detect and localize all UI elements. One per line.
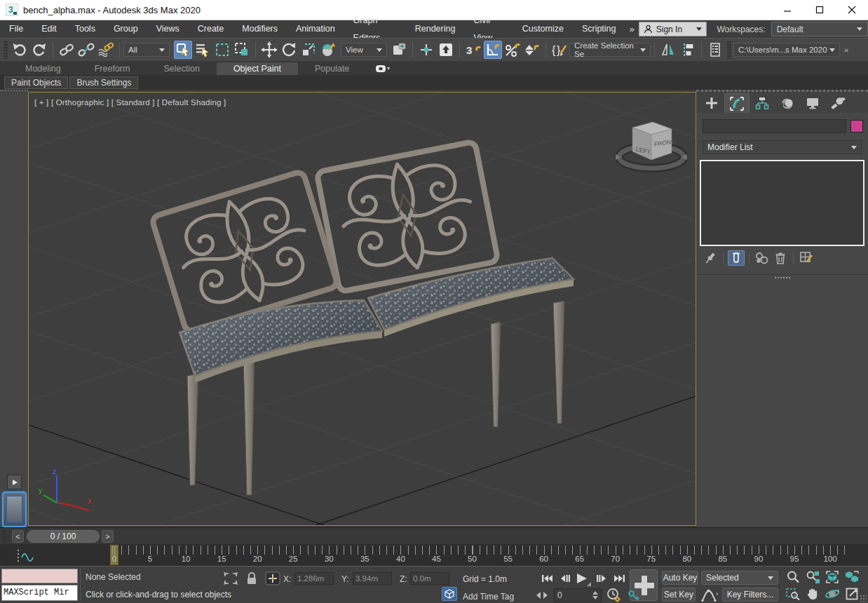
keyboard-shortcut-override-button[interactable] (437, 41, 455, 59)
menu-create[interactable]: Create (189, 20, 233, 38)
zoom-region-button[interactable] (784, 586, 801, 602)
toolbar-grip[interactable] (4, 41, 8, 59)
next-frame-button[interactable]: > (102, 530, 114, 543)
menu-rendering[interactable]: Rendering (406, 20, 465, 38)
remove-modifier-button[interactable] (772, 250, 789, 266)
track-bar[interactable]: 0510152025303540455055606570758085909510… (0, 544, 868, 567)
brush-settings-button[interactable]: Brush Settings (69, 76, 138, 89)
mini-curve-editor-toggle[interactable] (15, 547, 36, 564)
viewport-label[interactable]: [ + ] [ Orthographic ] [ Standard ] [ De… (34, 98, 226, 107)
paint-objects-button[interactable]: Paint Objects (4, 76, 68, 89)
spinner-snap-toggle-button[interactable] (523, 41, 541, 59)
play-button[interactable] (572, 570, 592, 587)
go-to-end-button[interactable] (611, 571, 628, 585)
previous-frame-playback-button[interactable] (557, 571, 573, 585)
menu-group[interactable]: Group (104, 20, 147, 38)
modify-tab[interactable] (724, 93, 750, 113)
previous-frame-button[interactable]: < (12, 530, 24, 543)
snap-toggle-3d-button[interactable]: 3 (464, 41, 482, 59)
toolbar-overflow-chevron[interactable]: » (840, 46, 853, 54)
edit-named-selection-sets-button[interactable]: {} (550, 41, 569, 59)
select-and-move-button[interactable] (260, 41, 278, 59)
hierarchy-tab[interactable] (750, 93, 775, 113)
menu-views[interactable]: Views (147, 20, 189, 38)
expand-panel-button[interactable] (7, 475, 22, 489)
x-coordinate-input[interactable] (294, 572, 334, 585)
display-tab[interactable] (800, 93, 825, 113)
zoom-extents-all-button[interactable] (843, 569, 860, 585)
workspace-dropdown[interactable]: Default (771, 22, 868, 36)
modifier-stack[interactable] (700, 160, 864, 246)
menu-edit[interactable]: Edit (32, 20, 66, 38)
zoom-extents-button[interactable] (823, 569, 841, 585)
project-folder-dropdown[interactable]: C:\Users\m...s Max 2020 (733, 43, 840, 57)
viewport[interactable]: [ + ] [ Orthographic ] [ Standard ] [ De… (28, 92, 696, 526)
add-time-tag[interactable]: Add Time Tag (463, 592, 514, 602)
viewcube[interactable]: LEFT FRONT (613, 112, 690, 177)
ribbon-tab-selection[interactable]: Selection (147, 62, 216, 75)
sign-in-dropdown[interactable]: Sign In (639, 22, 707, 36)
mirror-button[interactable] (659, 41, 677, 59)
utilities-tab[interactable] (825, 93, 850, 113)
unlink-selection-button[interactable] (77, 41, 95, 59)
go-to-start-button[interactable] (538, 571, 555, 585)
make-unique-button[interactable] (754, 250, 771, 266)
modifier-list-dropdown[interactable]: Modifier List (703, 140, 862, 154)
timeline-grip[interactable] (2, 530, 6, 543)
ribbon-config-button[interactable] (376, 65, 390, 75)
toggle-scene-explorer-button[interactable] (706, 41, 724, 59)
menu-customize[interactable]: Customize (513, 20, 573, 38)
ribbon-tab-modeling[interactable]: Modeling (8, 62, 78, 75)
toolbar-grip[interactable] (727, 41, 731, 59)
pin-stack-button[interactable] (702, 250, 719, 266)
select-and-manipulate-button[interactable] (417, 41, 435, 59)
angle-snap-toggle-button[interactable] (484, 41, 502, 59)
motion-tab[interactable] (775, 93, 800, 113)
next-frame-playback-button[interactable] (593, 571, 609, 585)
viewport-canvas[interactable] (29, 93, 696, 525)
maxscript-mini-listener[interactable]: MAXScript Mir (1, 585, 78, 601)
zoom-all-button[interactable] (803, 569, 821, 585)
bind-to-space-warp-button[interactable] (97, 41, 115, 59)
select-and-link-button[interactable] (57, 41, 76, 59)
key-mode-dropdown[interactable]: Selected (701, 571, 778, 585)
z-coordinate-input[interactable] (410, 572, 449, 585)
spinner-arrows-icon[interactable] (592, 591, 598, 599)
object-name-input[interactable] (703, 119, 846, 133)
menu-scripting[interactable]: Scripting (573, 20, 625, 38)
trackbar-grip[interactable] (4, 547, 8, 565)
y-coordinate-input[interactable] (353, 572, 392, 585)
close-button[interactable] (836, 0, 868, 20)
object-color-swatch[interactable] (850, 120, 863, 133)
bench-model[interactable] (151, 142, 574, 495)
maximize-button[interactable] (803, 0, 836, 20)
timeline-ruler[interactable]: 0510152025303540455055606570758085909510… (105, 544, 845, 567)
configure-modifier-sets-button[interactable] (798, 250, 815, 266)
window-resize-grip[interactable] (860, 595, 867, 602)
zoom-button[interactable] (784, 569, 801, 585)
isolate-selection-button[interactable] (442, 587, 457, 601)
orbit-button[interactable] (823, 586, 841, 602)
reference-coordinate-dropdown[interactable]: View (341, 43, 387, 57)
auto-key-button[interactable]: Auto Key (662, 571, 698, 585)
ribbon-tab-object-paint[interactable]: Object Paint (217, 62, 298, 75)
pan-button[interactable] (803, 586, 821, 602)
key-mode-toggle[interactable] (536, 591, 548, 599)
macro-recorder-field[interactable] (1, 569, 78, 583)
align-button[interactable] (679, 41, 697, 59)
percent-snap-toggle-button[interactable] (503, 41, 522, 59)
set-key-button[interactable]: Set Key (662, 588, 696, 602)
select-by-name-button[interactable] (194, 41, 212, 59)
ribbon-tab-populate[interactable]: Populate (298, 62, 366, 75)
maximize-viewport-toggle-button[interactable] (843, 586, 860, 602)
select-and-place-button[interactable] (319, 41, 337, 59)
time-slider-handle[interactable]: 0 / 100 (27, 530, 100, 543)
set-keys-button[interactable] (630, 569, 658, 601)
rectangular-selection-region-button[interactable] (213, 41, 231, 59)
time-configuration-button[interactable] (606, 588, 621, 603)
show-end-result-button[interactable] (728, 250, 745, 266)
selection-region-icon[interactable] (223, 571, 238, 585)
undo-button[interactable] (11, 41, 29, 59)
create-tab[interactable] (699, 93, 724, 113)
named-selection-set-dropdown[interactable]: Create Selection Se (569, 43, 651, 57)
